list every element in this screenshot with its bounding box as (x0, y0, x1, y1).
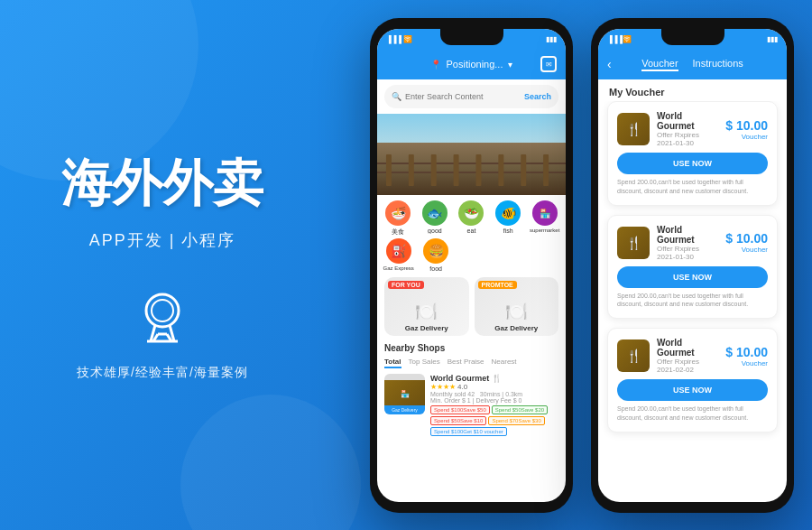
phone-notch-2 (661, 29, 724, 45)
voucher-card-2-top: 🍴 World Gourmet Offer Rxpires 2021-01-30… (617, 225, 768, 261)
banners-section: FOR YOU 🍽️ Gaz Delivery PROMTOE 🍽️ Gaz D… (377, 274, 566, 339)
voucher-card-3[interactable]: 🍴 World Gourmet Offer Rxpires 2021-02-02… (607, 328, 778, 432)
left-section: 海外外卖 APP开发 | 小程序 技术雄厚/经验丰富/海量案例 (0, 0, 325, 530)
search-bar[interactable]: 🔍 Search (384, 85, 558, 108)
categories-row-1: 🍜 美食 🐟 good 🥗 eat 🐠 fish 🏪 superm (377, 195, 566, 238)
voucher-nav: ‹ Voucher Instructions (598, 49, 787, 79)
filter-tabs: Total Top Sales Best Praise Nearest (384, 357, 558, 368)
voucher-card-3-top: 🍴 World Gourmet Offer Rxpires 2021-02-02… (617, 338, 768, 374)
message-button[interactable]: ✉ (540, 56, 557, 72)
tab-instructions[interactable]: Instructions (693, 58, 743, 71)
category-foodtype[interactable]: 🍔 food (418, 238, 453, 272)
phone-1: ▐▐▐ 🛜 13:20 ▮▮▮ 📍 Positioning... ▾ ✉ 🔍 S… (370, 18, 573, 513)
voucher-expires-2: Offer Rxpires 2021-01-30 (657, 245, 718, 261)
categories-row-2: ⛽ Gaz Express 🍔 food (377, 238, 566, 274)
category-supermarket[interactable]: 🏪 supermarket (527, 200, 562, 237)
voucher-info-2: World Gourmet Offer Rxpires 2021-01-30 (657, 225, 718, 261)
banner-badge-1: FOR YOU (388, 281, 424, 289)
hero-image (377, 114, 566, 195)
phone-screen-2: ▐▐▐🛜 13:20 ▮▮▮ ‹ Voucher Instructions My… (598, 29, 787, 502)
shop-rating: 4.0 (457, 383, 467, 391)
category-eat[interactable]: 🥗 eat (454, 200, 489, 237)
svg-rect-14 (475, 154, 481, 186)
search-input[interactable] (405, 92, 521, 101)
category-food2-label: food (418, 265, 453, 272)
banner-icon-1: 🍽️ (415, 301, 438, 322)
voucher-price-3: $ 10.00 (725, 345, 768, 359)
voucher-price-1: $ 10.00 (725, 118, 768, 133)
voucher-card-1[interactable]: 🍴 World Gourmet Offer Rxpires 2021-01-30… (607, 101, 778, 206)
use-now-btn-1[interactable]: USE NOW (617, 153, 768, 174)
use-now-btn-2[interactable]: USE NOW (617, 266, 768, 288)
category-fish-label: fish (491, 228, 526, 234)
category-food[interactable]: 🍜 美食 (381, 200, 416, 237)
message-icon: ✉ (546, 60, 552, 69)
svg-rect-16 (521, 154, 526, 186)
banner-text-1: Gaz Delivery (405, 324, 448, 332)
banner-badge-2: PROMTOE (478, 281, 517, 289)
voucher-list: 🍴 World Gourmet Offer Rxpires 2021-01-30… (598, 101, 787, 502)
voucher-restaurant-img-1: 🍴 (617, 113, 650, 145)
shop-item[interactable]: Gaz Delivery 🏪 World Gourmet 🍴 ★★★★ 4.0 … (384, 374, 558, 436)
shop-name: World Gourmet 🍴 (430, 374, 558, 383)
category-good[interactable]: 🐟 good (418, 200, 453, 237)
tag-1: Spend $100Save $50 (430, 405, 490, 414)
nearby-section: Nearby Shops Total Top Sales Best Praise… (377, 339, 566, 442)
svg-rect-15 (498, 154, 503, 186)
tab-best-praise[interactable]: Best Praise (448, 357, 484, 368)
banner-promtoe[interactable]: PROMTOE 🍽️ Gaz Delivery (475, 277, 559, 336)
svg-point-1 (152, 300, 173, 321)
category-gazexpress[interactable]: ⛽ Gaz Express (381, 238, 416, 272)
hero-landscape (377, 114, 566, 195)
voucher-info-3: World Gourmet Offer Rxpires 2021-02-02 (657, 338, 718, 374)
main-title: 海外外卖 (61, 150, 263, 219)
category-food-label: 美食 (381, 228, 416, 237)
voucher-type-2: Voucher (725, 246, 768, 254)
subtitle: APP开发 | 小程序 (89, 229, 236, 251)
status-signal: ▐▐▐ 🛜 (386, 35, 412, 43)
phone-notch-1 (440, 29, 503, 45)
category-eat-label: eat (454, 228, 489, 234)
category-good-label: good (418, 228, 453, 234)
category-fish[interactable]: 🐠 fish (491, 200, 526, 237)
tag-4: Spend $70Save $30 (488, 416, 544, 425)
category-gaz-label: Gaz Express (381, 265, 416, 271)
voucher-amount-1: $ 10.00 Voucher (725, 118, 768, 141)
location-title: Positioning... (447, 59, 503, 70)
voucher-type-3: Voucher (725, 359, 768, 367)
nearby-title: Nearby Shops (384, 343, 558, 353)
use-now-btn-3[interactable]: USE NOW (617, 379, 768, 401)
back-button[interactable]: ‹ (607, 57, 612, 71)
dropdown-icon[interactable]: ▾ (508, 60, 512, 70)
tab-voucher[interactable]: Voucher (641, 58, 678, 71)
voucher-type-1: Voucher (725, 133, 768, 141)
voucher-amount-3: $ 10.00 Voucher (725, 345, 768, 367)
voucher-info-1: World Gourmet Offer Rxpires 2021-01-30 (657, 111, 718, 147)
tab-nearest[interactable]: Nearest (492, 357, 517, 368)
location-pin-icon: 📍 (430, 60, 441, 70)
voucher-restaurant-img-3: 🍴 (617, 339, 650, 372)
tab-top-sales[interactable]: Top Sales (409, 357, 440, 368)
svg-rect-13 (454, 154, 459, 186)
shop-stars: ★★★★ (430, 383, 456, 391)
svg-rect-17 (543, 154, 549, 186)
voucher-price-2: $ 10.00 (725, 231, 768, 246)
voucher-name-2: World Gourmet (657, 225, 718, 245)
search-icon: 🔍 (392, 92, 401, 101)
banner-icon-2: 🍽️ (505, 301, 528, 322)
battery-icon-1: ▮▮▮ (546, 35, 557, 43)
app-header-1: 📍 Positioning... ▾ ✉ (377, 49, 566, 79)
tag-2: Spend $50Save $20 (492, 405, 548, 414)
voucher-tags: Spend $100Save $50 Spend $50Save $20 Spe… (430, 405, 558, 436)
banner-text-2: Gaz Delivery (494, 324, 538, 332)
voucher-card-2[interactable]: 🍴 World Gourmet Offer Rxpires 2021-01-30… (607, 215, 778, 320)
svg-rect-12 (431, 154, 437, 186)
voucher-terms-1: Spend 200.00,can't be used together with… (617, 178, 768, 196)
wifi-icon: 🛜 (403, 35, 412, 43)
banner-for-you[interactable]: FOR YOU 🍽️ Gaz Delivery (384, 277, 469, 336)
tag-3: Spend $50Save $10 (430, 416, 486, 425)
voucher-nav-tabs: Voucher Instructions (641, 58, 743, 71)
search-button[interactable]: Search (524, 92, 551, 101)
tab-total[interactable]: Total (384, 357, 401, 368)
voucher-terms-2: Spend 200.00,can't be used together with… (617, 292, 768, 310)
